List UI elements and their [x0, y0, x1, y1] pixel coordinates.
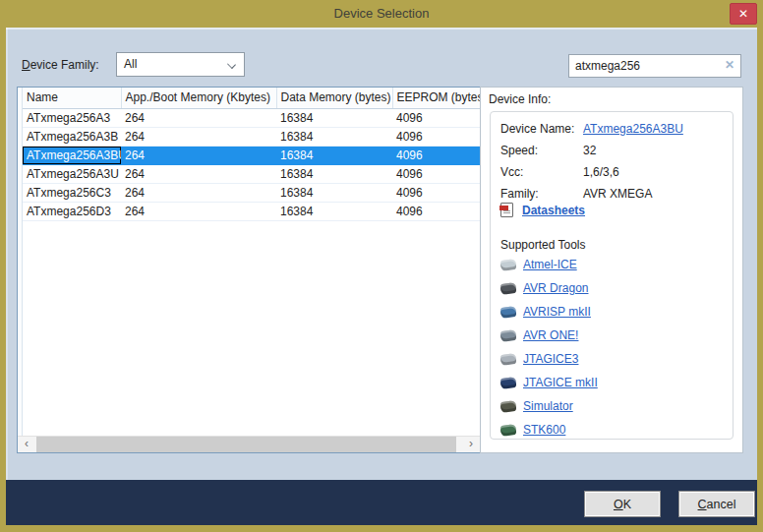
- tool-item: JTAGICE mkII: [500, 374, 727, 397]
- dialog-title: Device Selection: [0, 0, 763, 27]
- cell-eeprom: 4096: [392, 127, 480, 146]
- tool-link[interactable]: AVRISP mkII: [523, 305, 591, 319]
- avr-dragon-icon: [500, 282, 516, 295]
- device-info-field: Device Name: ATxmega256A3BU: [500, 120, 733, 142]
- table-header-row: Name App./Boot Memory (Kbytes) Data Memo…: [23, 88, 480, 108]
- table-row[interactable]: ATxmega256A3B 264 16384 4096: [23, 127, 480, 146]
- tool-item: AVR ONE!: [500, 326, 727, 350]
- jtagice3-icon: [500, 353, 516, 366]
- cell-eeprom: 4096: [392, 164, 480, 183]
- field-label: Family:: [500, 187, 539, 201]
- datasheets-link[interactable]: Datasheets: [522, 204, 585, 217]
- device-info-groupbox: Device Name: ATxmega256A3BU Speed: 32 Vc…: [490, 111, 734, 440]
- table-row[interactable]: ATxmega256C3 264 16384 4096: [23, 183, 480, 202]
- cell-app-boot-memory: 264: [121, 146, 276, 164]
- tool-item: Atmel-ICE: [500, 256, 727, 279]
- tool-link[interactable]: Atmel-ICE: [523, 258, 577, 271]
- cell-eeprom: 4096: [392, 108, 480, 127]
- titlebar[interactable]: Device Selection ✕: [0, 0, 763, 28]
- scroll-right-icon[interactable]: ›: [462, 437, 480, 452]
- cell-eeprom: 4096: [392, 146, 480, 164]
- field-value: AVR XMEGA: [583, 187, 652, 201]
- field-label: Vcc:: [500, 165, 523, 179]
- cell-data-memory: 16384: [276, 164, 392, 183]
- field-label: Device Name:: [500, 122, 574, 136]
- dialog-content: Device Family: All ✕ Name App./Boot Memo…: [6, 28, 757, 480]
- search-input[interactable]: [575, 55, 718, 77]
- footer-bar: OK Cancel: [6, 480, 757, 525]
- tool-item: AVRISP mkII: [500, 303, 727, 326]
- scroll-left-icon[interactable]: ‹: [18, 437, 35, 452]
- supported-tools-title: Supported Tools: [500, 238, 586, 252]
- tool-item: JTAGICE3: [500, 350, 727, 374]
- tool-link[interactable]: AVR Dragon: [523, 281, 588, 295]
- cell-app-boot-memory: 264: [121, 202, 276, 220]
- datasheets-pdf-icon: [500, 203, 513, 217]
- cell-name: ATxmega256A3BU: [23, 146, 121, 164]
- clear-search-icon[interactable]: ✕: [725, 58, 734, 72]
- cancel-button[interactable]: Cancel: [678, 491, 755, 517]
- cell-data-memory: 16384: [276, 183, 392, 202]
- chevron-down-icon: [227, 60, 236, 69]
- cell-app-boot-memory: 264: [121, 164, 276, 183]
- cell-data-memory: 16384: [276, 146, 392, 164]
- tool-link[interactable]: Simulator: [523, 399, 573, 413]
- column-header-app-boot[interactable]: App./Boot Memory (Kbytes): [121, 88, 276, 108]
- search-box: ✕: [568, 54, 741, 78]
- cell-name: ATxmega256A3U: [23, 164, 121, 183]
- device-info-panel: Device Info: Device Name: ATxmega256A3BU…: [480, 87, 743, 453]
- table-row[interactable]: ATxmega256A3U 264 16384 4096: [23, 164, 480, 183]
- column-header-eeprom[interactable]: EEPROM (bytes): [392, 88, 480, 108]
- tool-link[interactable]: AVR ONE!: [523, 328, 578, 342]
- stk600-icon: [500, 424, 516, 437]
- device-info-title: Device Info:: [489, 92, 551, 106]
- tool-item: Simulator: [500, 397, 727, 421]
- field-label: Speed:: [500, 144, 538, 157]
- cell-eeprom: 4096: [392, 183, 480, 202]
- table-row[interactable]: ATxmega256D3 264 16384 4096: [23, 202, 480, 220]
- cell-name: ATxmega256A3: [23, 108, 121, 127]
- cell-name: ATxmega256D3: [23, 202, 121, 220]
- avrisp-mkii-icon: [500, 306, 516, 319]
- cell-name: ATxmega256C3: [23, 183, 121, 202]
- table-row[interactable]: ATxmega256A3BU 264 16384 4096: [23, 146, 480, 164]
- field-value: ATxmega256A3BU: [583, 122, 683, 136]
- cell-app-boot-memory: 264: [121, 183, 276, 202]
- column-header-name[interactable]: Name: [23, 88, 121, 108]
- scrollbar-thumb[interactable]: [36, 437, 456, 452]
- tool-item: AVR Dragon: [500, 279, 727, 303]
- avr-one-icon: [500, 329, 516, 342]
- tool-link[interactable]: STK600: [523, 423, 565, 437]
- device-family-value: All: [124, 57, 137, 71]
- device-table-panel: Name App./Boot Memory (Kbytes) Data Memo…: [17, 87, 481, 453]
- device-info-field: Vcc: 1,6/3,6: [500, 163, 733, 185]
- close-icon: ✕: [738, 7, 748, 21]
- device-table: Name App./Boot Memory (Kbytes) Data Memo…: [23, 88, 480, 221]
- table-row[interactable]: ATxmega256A3 264 16384 4096: [23, 108, 480, 127]
- tool-link[interactable]: JTAGICE3: [523, 352, 578, 366]
- row-header-strip: [18, 88, 23, 436]
- ok-button[interactable]: OK: [584, 491, 661, 517]
- tool-item: STK600: [500, 421, 727, 444]
- cell-name: ATxmega256A3B: [23, 127, 121, 146]
- atmel-ice-icon: [500, 259, 516, 271]
- field-value: 32: [583, 144, 596, 157]
- cell-data-memory: 16384: [276, 127, 392, 146]
- field-value: 1,6/3,6: [583, 165, 619, 179]
- tool-link[interactable]: JTAGICE mkII: [523, 376, 598, 389]
- cell-data-memory: 16384: [276, 202, 392, 220]
- jtagice-mkii-icon: [500, 377, 516, 389]
- cell-eeprom: 4096: [392, 202, 480, 220]
- device-family-dropdown[interactable]: All: [116, 52, 245, 77]
- column-header-data-memory[interactable]: Data Memory (bytes): [276, 88, 392, 108]
- device-selection-dialog: Device Selection ✕ Device Family: All ✕ …: [0, 0, 763, 532]
- simulator-icon: [500, 400, 516, 413]
- horizontal-scrollbar[interactable]: ‹ ›: [18, 436, 480, 452]
- device-family-label: Device Family:: [22, 58, 99, 72]
- device-info-field: Speed: 32: [500, 142, 733, 163]
- close-button[interactable]: ✕: [730, 3, 757, 25]
- cell-data-memory: 16384: [276, 108, 392, 127]
- cell-app-boot-memory: 264: [121, 127, 276, 146]
- cell-app-boot-memory: 264: [121, 108, 276, 127]
